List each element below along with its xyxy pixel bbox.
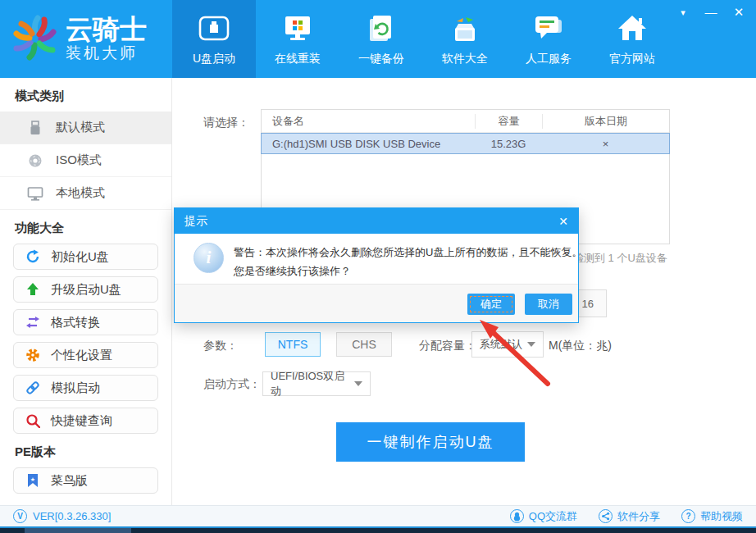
- chevron-down-icon: [527, 342, 535, 347]
- footer-links: QQ交流群 软件分享 ? 帮助视频: [510, 509, 756, 524]
- monitor-icon: [27, 186, 43, 201]
- search-icon: [25, 413, 41, 428]
- capacity-select[interactable]: 系统默认: [471, 331, 544, 358]
- select-device-label: 请选择：: [203, 116, 249, 130]
- col-version-date: 版本日期: [542, 114, 669, 129]
- share-icon: [599, 509, 613, 523]
- bookmark-icon: ★: [25, 473, 41, 488]
- gear-icon: [25, 348, 41, 362]
- cancel-button[interactable]: 取消: [525, 294, 572, 315]
- device-row-selected[interactable]: G:(hd1)SMI USB DISK USB Device 15.23G ×: [261, 133, 670, 154]
- menu-chevron-icon[interactable]: ▾: [676, 3, 690, 21]
- dialog-close-icon[interactable]: ✕: [558, 215, 568, 228]
- device-name-cell: G:(hd1)SMI USB DISK USB Device: [262, 138, 475, 150]
- section-mode-title: 模式类别: [15, 89, 171, 104]
- dialog-message-line2: 您是否继续执行该操作？: [234, 262, 567, 280]
- dialog-titlebar: 提示 ✕: [175, 208, 578, 234]
- tab-software[interactable]: 软件大全: [423, 0, 507, 78]
- minimize-icon[interactable]: —: [704, 3, 718, 21]
- tab-usb-boot[interactable]: U盘启动: [172, 0, 256, 78]
- sidebar-item-local-mode[interactable]: 本地模式: [0, 177, 171, 210]
- boot-mode-select-value: UEFI/BIOS双启动: [271, 369, 349, 399]
- qq-group-label: QQ交流群: [529, 509, 577, 524]
- dialog-title: 提示: [184, 214, 207, 229]
- sidebar-item-label: 默认模式: [56, 120, 105, 135]
- sidebar-item-label: 升级启动U盘: [51, 282, 121, 298]
- focus-ring: [470, 296, 512, 312]
- sidebar-item-label: ISO模式: [56, 153, 102, 168]
- tab-label: 人工服务: [526, 52, 572, 66]
- service-chat-icon: [532, 11, 565, 46]
- dialog-message-line1: 警告：本次操作将会永久删除您所选择的U盘上所有的数据，且不能恢复。: [234, 243, 567, 262]
- tab-backup[interactable]: 一键备份: [339, 0, 423, 78]
- sidebar-item-personalize[interactable]: 个性化设置: [13, 342, 158, 368]
- capacity-unit-label: M(单位：兆): [549, 339, 612, 353]
- tab-label: 一键备份: [358, 52, 404, 66]
- version-info[interactable]: V VER[0.3.26.330]: [13, 509, 111, 523]
- help-icon: ?: [681, 509, 695, 523]
- header-nav: U盘启动 在线重装: [172, 0, 674, 78]
- boot-mode-select[interactable]: UEFI/BIOS双启动: [262, 371, 371, 396]
- disc-icon: [27, 153, 43, 168]
- cancel-button-label: 取消: [538, 297, 559, 312]
- app-title-sub: 装机大师: [66, 43, 147, 63]
- qq-icon: [510, 509, 524, 523]
- version-badge-icon: V: [13, 509, 27, 523]
- chevron-down-icon: [354, 381, 362, 386]
- sidebar-item-default-mode[interactable]: 默认模式: [0, 112, 171, 144]
- sidebar-item-label: 菜鸟版: [51, 473, 88, 489]
- ntfs-option-button[interactable]: NTFS: [265, 332, 321, 357]
- close-icon[interactable]: ✕: [731, 3, 746, 21]
- app-title-main: 云骑士: [66, 16, 147, 43]
- confirm-dialog: 提示 ✕ i 警告：本次操作将会永久删除您所选择的U盘上所有的数据，且不能恢复。…: [174, 207, 579, 323]
- os-taskbar-strip: [0, 526, 756, 533]
- sidebar-item-hotkey-query[interactable]: 快捷键查询: [13, 408, 158, 434]
- sidebar-item-iso-mode[interactable]: ISO模式: [0, 144, 171, 177]
- share-label: 软件分享: [617, 509, 660, 524]
- usb-drive-icon: [27, 121, 43, 135]
- ok-button[interactable]: 确定: [467, 294, 515, 315]
- sidebar-item-simulate-boot[interactable]: 模拟启动: [13, 375, 158, 401]
- sidebar: 模式类别 默认模式 ISO模式 本地模式 功能大全 初始化U盘: [0, 78, 172, 505]
- sidebar-item-init-usb[interactable]: 初始化U盘: [13, 244, 158, 270]
- info-icon: i: [194, 243, 224, 273]
- backup-icon: [366, 11, 397, 46]
- taskbar-app-segment: [25, 528, 131, 533]
- chs-option-button[interactable]: CHS: [336, 332, 392, 357]
- chs-option-label: CHS: [352, 338, 376, 351]
- ntfs-option-label: NTFS: [278, 338, 308, 351]
- sidebar-item-label: 个性化设置: [51, 348, 112, 363]
- sidebar-item-format-convert[interactable]: 格式转换: [13, 309, 158, 335]
- share-link[interactable]: 软件分享: [599, 509, 660, 524]
- dialog-footer: 确定 取消: [175, 284, 578, 322]
- footer-bar: V VER[0.3.26.330] QQ交流群 软件分享 ? 帮助视频: [0, 505, 756, 526]
- make-boot-usb-button[interactable]: 一键制作启动U盘: [336, 422, 525, 462]
- tab-label: 软件大全: [442, 52, 488, 66]
- up-arrow-icon: [25, 282, 41, 297]
- mode-option-partial-label: 16: [582, 298, 594, 310]
- online-reinstall-icon: [281, 11, 314, 46]
- dialog-body: i 警告：本次操作将会永久删除您所选择的U盘上所有的数据，且不能恢复。 您是否继…: [175, 234, 578, 285]
- sidebar-item-newbie-pe[interactable]: ★ 菜鸟版: [13, 467, 158, 494]
- link-icon: [25, 380, 41, 395]
- qq-group-link[interactable]: QQ交流群: [510, 509, 577, 524]
- device-version-cell: ×: [542, 138, 669, 150]
- params-label: 参数：: [203, 339, 238, 353]
- sidebar-item-upgrade-usb[interactable]: 升级启动U盘: [13, 276, 158, 303]
- swap-arrows-icon: [25, 316, 41, 329]
- tab-label: U盘启动: [193, 52, 235, 66]
- sidebar-item-label: 模拟启动: [51, 380, 100, 396]
- help-video-link[interactable]: ? 帮助视频: [681, 509, 743, 524]
- sidebar-item-label: 本地模式: [56, 185, 105, 201]
- tab-website[interactable]: 官方网站: [590, 0, 674, 78]
- refresh-icon: [25, 249, 41, 264]
- tab-online-reinstall[interactable]: 在线重装: [256, 0, 339, 78]
- device-table-header: 设备名 容量 版本日期: [262, 110, 669, 133]
- tab-service[interactable]: 人工服务: [507, 0, 590, 78]
- sidebar-item-label: 快捷键查询: [51, 413, 112, 429]
- software-icon: [449, 11, 481, 46]
- sidebar-item-label: 初始化U盘: [51, 249, 109, 265]
- col-device-name: 设备名: [262, 114, 475, 129]
- tab-label: 官方网站: [609, 52, 655, 66]
- tab-label: 在线重装: [275, 52, 321, 66]
